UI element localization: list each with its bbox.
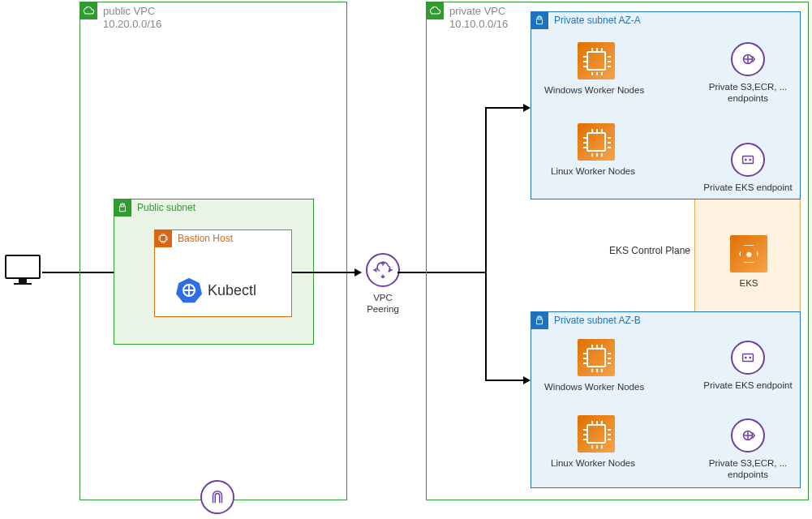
eks-icon: ⎈ — [730, 235, 767, 272]
bastion-label: Bastion Host — [178, 233, 233, 244]
public-vpc-cidr: 10.20.0.0/16 — [103, 18, 161, 30]
eks-endpoint-a-label: Private EKS endpoint — [701, 182, 795, 193]
s3-endpoint-a-label: Private S3,ECR, ... endpoints — [701, 81, 795, 105]
public-subnet-label: Public subnet — [137, 202, 195, 213]
kubernetes-icon — [176, 277, 202, 303]
win-nodes-b-label: Windows Worker Nodes — [544, 381, 635, 392]
private-vpc-cidr: 10.10.0.0/16 — [449, 18, 508, 30]
subnet-a-label: Private subnet AZ-A — [554, 15, 641, 26]
svg-rect-5 — [743, 354, 754, 361]
cloud-icon — [79, 2, 97, 19]
endpoint-icon — [731, 42, 765, 76]
client-pc — [5, 255, 41, 285]
win-nodes-a: Windows Worker Nodes — [557, 42, 635, 96]
eks-service-label: EKS — [728, 277, 769, 289]
eks-control-plane-label: EKS Control Plane — [605, 245, 694, 256]
eks-endpoint-a: Private EKS endpoint — [701, 143, 795, 193]
vpc-peering: VPC Peering — [359, 253, 407, 315]
svg-rect-0 — [161, 236, 166, 242]
bastion-host: Bastion Host Kubectl — [154, 229, 292, 317]
linux-nodes-a-label: Linux Worker Nodes — [551, 165, 635, 177]
linux-nodes-b: Linux Worker Nodes — [557, 415, 635, 469]
ec2-icon — [578, 339, 615, 376]
cloud-icon — [426, 2, 444, 19]
peering-label: VPC Peering — [359, 292, 407, 315]
linux-nodes-a: Linux Worker Nodes — [557, 123, 635, 177]
svg-point-6 — [745, 357, 747, 359]
private-vpc-label: private VPC 10.10.0.0/16 — [449, 5, 508, 32]
eks-endpoint-b-label: Private EKS endpoint — [701, 380, 795, 391]
chip-icon — [154, 229, 172, 247]
s3-endpoint-b-label: Private S3,ECR, ... endpoints — [701, 457, 795, 481]
igw-icon — [200, 480, 234, 514]
internet-gateway: Internet Gateway — [189, 480, 246, 519]
svg-point-4 — [749, 159, 751, 161]
pc-icon — [5, 255, 41, 285]
lock-icon — [531, 311, 548, 329]
s3-endpoint-b: Private S3,ECR, ... endpoints — [701, 418, 795, 481]
public-vpc-label: public VPC 10.20.0.0/16 — [103, 5, 161, 32]
lock-icon — [531, 11, 548, 29]
ec2-icon — [578, 415, 615, 453]
win-nodes-a-label: Windows Worker Nodes — [544, 84, 635, 96]
svg-rect-2 — [743, 156, 754, 163]
control-plane-text: EKS Control Plane — [609, 245, 690, 256]
subnet-b-label: Private subnet AZ-B — [554, 315, 641, 326]
public-vpc-title: public VPC — [103, 5, 155, 17]
win-nodes-b: Windows Worker Nodes — [557, 339, 635, 392]
kubectl-row: Kubectl — [176, 277, 256, 303]
endpoint-icon — [731, 418, 765, 453]
endpoint-icon — [731, 341, 765, 375]
svg-point-7 — [749, 357, 751, 359]
peering-icon — [366, 253, 400, 287]
linux-nodes-b-label: Linux Worker Nodes — [551, 457, 635, 469]
private-vpc-title: private VPC — [449, 5, 505, 17]
lock-icon — [114, 199, 131, 217]
eks-endpoint-b: Private EKS endpoint — [701, 341, 795, 391]
eks-service: ⎈ EKS — [728, 235, 769, 289]
arrow-bastion-peering — [292, 272, 354, 273]
svg-point-3 — [745, 159, 747, 161]
ec2-icon — [578, 123, 615, 161]
kubectl-label: Kubectl — [208, 282, 256, 299]
endpoint-icon — [731, 143, 765, 177]
ec2-icon — [578, 42, 615, 79]
s3-endpoint-a: Private S3,ECR, ... endpoints — [701, 42, 795, 105]
